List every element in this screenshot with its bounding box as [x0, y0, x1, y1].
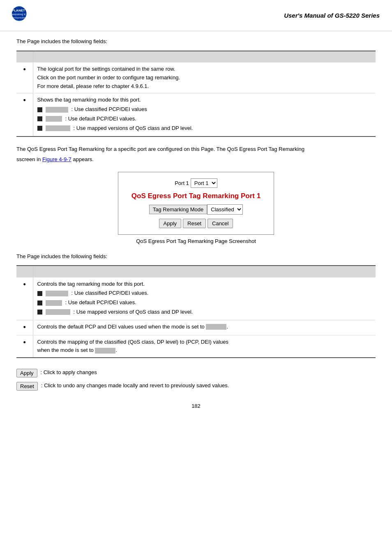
apply-desc-row: Apply : Click to apply changes [16, 368, 376, 377]
port-dropdown[interactable]: Port 1 Port 2 Port 3 [191, 178, 217, 188]
desc-cell: The logical port for the settings contai… [33, 62, 376, 93]
sub-label-3: : Use mapped versions of QoS class and D… [74, 124, 193, 133]
t2-row2-desc: Controls the default PCP and DEI values … [37, 323, 372, 331]
sub-item-3: : Use mapped versions of QoS class and D… [37, 124, 372, 133]
screenshot-container: Port 1 Port 1 Port 2 Port 3 QoS Egress P… [16, 172, 376, 244]
figure-link[interactable]: Figure 4-9-7 [42, 156, 71, 162]
black-square-icon [37, 126, 42, 131]
cancel-button[interactable]: Cancel [208, 219, 233, 228]
t2-row3-desc: Controls the mapping of the classified (… [37, 338, 372, 347]
buttons-section: Apply : Click to apply changes Reset : C… [16, 368, 376, 391]
black-square-icon [37, 310, 42, 314]
t2-sub-2: : Use default PCP/DEI values. [37, 298, 372, 307]
t2-sub-label-3: : Use mapped versions of QoS class and D… [74, 308, 193, 317]
mode-desc: Shows the tag remarking mode for this po… [37, 96, 372, 104]
sub-label-1: : Use classified PCP/DEI values [71, 105, 147, 114]
port-label: Port 1 [175, 180, 189, 186]
table-row: • Controls the tag remarking mode for th… [16, 277, 376, 320]
intro-text: The Page includes the following fields: [16, 37, 376, 46]
table-row: • The logical port for the settings cont… [16, 62, 376, 93]
desc-cell: Controls the tag remarking mode for this… [33, 277, 376, 320]
bullet-dot: • [23, 323, 26, 331]
page-number: 182 [16, 403, 376, 409]
sub-item-2: : Use default PCP/DEI values. [37, 115, 372, 123]
classified-box [46, 107, 68, 113]
reset-button[interactable]: Reset [183, 219, 206, 228]
t2-sub-1: : Use classified PCP/DEI values. [37, 289, 372, 298]
mapped-box [46, 309, 70, 315]
table-row: • Controls the mapping of the classified… [16, 335, 376, 358]
apply-inline-button[interactable]: Apply [16, 369, 37, 377]
t2-row3-desc-2: when the mode is set to . [37, 346, 372, 355]
apply-button[interactable]: Apply [159, 219, 182, 228]
desc-cell: Controls the mapping of the classified (… [33, 335, 376, 358]
sub-item-1: : Use classified PCP/DEI values [37, 105, 372, 114]
bullet-cell: • [16, 320, 33, 335]
black-square-icon [37, 107, 42, 112]
header-title: User's Manual of GS-5220 Series [284, 12, 380, 19]
black-square-icon [37, 291, 42, 296]
widget-title: QoS Egress Port Tag Remarking Port 1 [131, 192, 261, 200]
svg-text:PLANET: PLANET [12, 9, 25, 12]
table-2: • Controls the tag remarking mode for th… [16, 265, 376, 358]
desc-line-2: Click on the port number in order to con… [37, 74, 372, 82]
second-intro-text: The Page includes the following fields: [16, 252, 376, 261]
bullet-cell: • [16, 93, 33, 136]
default-box [46, 116, 62, 122]
t2-sub-label-1: : Use classified PCP/DEI values. [71, 289, 149, 298]
remarking-row: Tag Remarking Mode Classified Default Ma… [149, 204, 243, 215]
sub-label-2: : Use default PCP/DEI values. [65, 115, 136, 123]
bullet-dot: • [23, 65, 26, 74]
desc-line-3: For more detail, please refer to chapter… [37, 82, 372, 91]
t2-sub-label-2: : Use default PCP/DEI values. [65, 298, 136, 307]
mapped-box [46, 125, 70, 131]
black-square-icon [37, 116, 42, 121]
mapped-highlight [95, 348, 115, 354]
bullet-dot: • [23, 96, 26, 104]
table-header-row [16, 51, 376, 62]
bullet-cell: • [16, 335, 33, 358]
logo-area: PLANET Networking & Communication [8, 4, 41, 27]
table-1: • The logical port for the settings cont… [16, 51, 376, 137]
table-row: • Shows the tag remarking mode for this … [16, 93, 376, 136]
svg-text:Communication: Communication [10, 16, 28, 19]
paragraph-text: The QoS Egress Port Tag Remarking for a … [16, 145, 376, 153]
apply-desc-text: : Click to apply changes [41, 368, 97, 377]
classified-dropdown[interactable]: Classified Default Mapped [207, 204, 243, 215]
paragraph-text-2: sscreen in Figure 4-9-7 appears. [16, 155, 376, 164]
classified-box [46, 291, 68, 296]
bullet-cell: • [16, 277, 33, 320]
bullet-cell: • [16, 62, 33, 93]
bullet-dot: • [23, 280, 26, 289]
svg-text:Networking &: Networking & [10, 13, 26, 16]
desc-line-1: The logical port for the settings contai… [37, 65, 372, 74]
planet-logo: PLANET Networking & Communication [8, 4, 41, 27]
main-content: The Page includes the following fields: … [0, 31, 392, 421]
screenshot-caption: QoS Egress Port Tag Remarking Page Scree… [136, 238, 256, 244]
t2-row1-desc: Controls the tag remarking mode for this… [37, 280, 372, 289]
black-square-icon [37, 301, 42, 305]
action-buttons: Apply Reset Cancel [159, 219, 233, 228]
reset-desc-row: Reset : Click to undo any changes made l… [16, 382, 376, 391]
t2-sub-3: : Use mapped versions of QoS class and D… [37, 308, 372, 317]
reset-inline-button[interactable]: Reset [16, 382, 38, 391]
default-box [46, 300, 62, 306]
tag-mode-label: Tag Remarking Mode [149, 205, 208, 214]
reset-desc-text: : Click to undo any changes made locally… [41, 382, 229, 390]
page-header: PLANET Networking & Communication User's… [0, 0, 392, 31]
default-highlight [206, 324, 226, 330]
widget-box: Port 1 Port 1 Port 2 Port 3 QoS Egress P… [118, 172, 274, 235]
table-row: • Controls the default PCP and DEI value… [16, 320, 376, 335]
bullet-dot: • [23, 338, 26, 347]
desc-cell: Controls the default PCP and DEI values … [33, 320, 376, 335]
desc-cell: Shows the tag remarking mode for this po… [33, 93, 376, 136]
port-selector: Port 1 Port 1 Port 2 Port 3 [175, 178, 217, 188]
table-header-row [16, 266, 376, 277]
